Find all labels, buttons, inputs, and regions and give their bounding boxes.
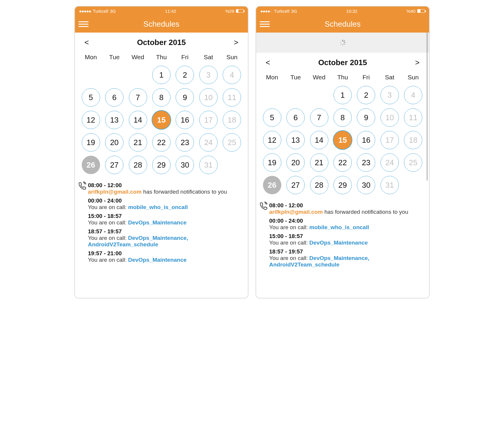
calendar-day[interactable]: 26	[263, 176, 281, 194]
calendar-day[interactable]: 19	[263, 153, 281, 172]
calendar-day[interactable]: 27	[286, 176, 305, 194]
calendar-day[interactable]: 15	[333, 131, 352, 149]
battery-icon	[417, 9, 425, 13]
calendar-day[interactable]: 19	[82, 133, 100, 152]
calendar-day[interactable]: 1	[152, 66, 171, 84]
phone-right: ●●●●○ Turkcell 3G 10:32 %40 Schedules	[256, 6, 430, 298]
calendar-day[interactable]: 16	[176, 111, 194, 129]
calendar-day[interactable]: 30	[176, 156, 194, 174]
calendar-day[interactable]: 10	[381, 108, 399, 127]
calendar-day[interactable]: 23	[176, 133, 194, 152]
weekday-label: Sat	[197, 54, 220, 61]
calendar-day[interactable]: 7	[129, 88, 147, 107]
calendar-day[interactable]: 8	[333, 108, 352, 127]
calendar-day[interactable]: 28	[310, 176, 328, 194]
signal-dots-icon: ●●●●●	[79, 9, 91, 14]
calendar-day[interactable]: 12	[263, 131, 281, 149]
calendar-day[interactable]: 17	[381, 131, 399, 149]
calendar-day[interactable]: 15	[152, 111, 171, 129]
calendar-day[interactable]: 25	[223, 133, 241, 152]
next-month-button[interactable]: >	[412, 57, 423, 68]
prev-month-button[interactable]: <	[263, 57, 273, 68]
calendar-day[interactable]: 5	[263, 108, 281, 127]
weekday-label: Fri	[173, 54, 197, 61]
calendar-day[interactable]: 9	[357, 108, 375, 127]
month-title: October 2015	[273, 58, 412, 67]
schedule-text: arifkpln@gmail.com has forwarded notific…	[269, 209, 424, 215]
calendar-day[interactable]: 11	[223, 88, 241, 107]
schedule-item[interactable]: 15:00 - 18:57You are on call: DevOps_Mai…	[88, 213, 243, 226]
calendar-day[interactable]: 13	[105, 111, 123, 129]
calendar-day[interactable]: 8	[152, 88, 171, 107]
calendar-day[interactable]: 29	[333, 176, 352, 194]
calendar-day[interactable]: 26	[82, 156, 100, 174]
calendar-day[interactable]: 12	[82, 111, 100, 129]
carrier-label: Turkcell	[274, 9, 289, 14]
schedule-item[interactable]: 00:00 - 24:00You are on call: mobile_who…	[269, 218, 424, 231]
calendar-day[interactable]: 14	[129, 111, 147, 129]
weekday-label: Mon	[260, 74, 284, 81]
calendar-day[interactable]: 13	[286, 131, 305, 149]
schedule-text: You are on call: mobile_who_is_oncall	[88, 204, 243, 211]
calendar-day[interactable]: 3	[199, 66, 218, 84]
calendar-day[interactable]: 1	[333, 86, 352, 104]
calendar-day[interactable]: 14	[310, 131, 328, 149]
calendar-day[interactable]: 11	[404, 108, 422, 127]
calendar-day[interactable]: 24	[199, 133, 218, 152]
calendar-grid: 1234567891011121314151617181920212223242…	[256, 83, 429, 199]
schedule-time: 00:00 - 24:00	[269, 218, 424, 224]
calendar-day[interactable]: 6	[286, 108, 305, 127]
calendar-day[interactable]: 31	[199, 156, 218, 174]
calendar-day[interactable]: 30	[357, 176, 375, 194]
calendar-day[interactable]: 18	[223, 111, 241, 129]
schedule-time: 15:00 - 18:57	[269, 233, 424, 240]
schedule-item[interactable]: 00:00 - 24:00You are on call: mobile_who…	[88, 197, 243, 211]
schedule-item[interactable]: 08:00 - 12:00arifkpln@gmail.com has forw…	[269, 202, 424, 215]
schedule-text: You are on call: DevOps_Maintenance	[88, 257, 243, 263]
schedule-item[interactable]: 15:00 - 18:57You are on call: DevOps_Mai…	[269, 233, 424, 246]
calendar-day[interactable]: 9	[176, 88, 194, 107]
calendar-day[interactable]: 2	[357, 86, 375, 104]
calendar-day[interactable]: 4	[223, 66, 241, 84]
calendar-day[interactable]: 29	[152, 156, 171, 174]
calendar-day[interactable]: 27	[105, 156, 123, 174]
calendar-day[interactable]: 6	[105, 88, 123, 107]
calendar-day[interactable]: 2	[176, 66, 194, 84]
calendar-day[interactable]: 7	[310, 108, 328, 127]
schedule-item[interactable]: 19:57 - 21:00You are on call: DevOps_Mai…	[88, 250, 243, 263]
calendar-day[interactable]: 28	[129, 156, 147, 174]
calendar-day[interactable]: 18	[404, 131, 422, 149]
schedule-time: 18:57 - 19:57	[269, 248, 424, 255]
battery-pct-label: %29	[225, 9, 234, 14]
phone-left: ●●●●● Turkcell 3G 11:42 %29 Schedules < …	[74, 6, 248, 298]
calendar-day[interactable]: 24	[381, 153, 399, 172]
calendar-day[interactable]: 21	[310, 153, 328, 172]
prev-month-button[interactable]: <	[81, 37, 92, 48]
schedule-item[interactable]: 08:00 - 12:00arifkpln@gmail.com has forw…	[88, 182, 243, 195]
battery-pct-label: %40	[407, 9, 415, 14]
calendar-day[interactable]: 17	[199, 111, 218, 129]
calendar-day[interactable]: 3	[381, 86, 399, 104]
calendar-day[interactable]: 10	[199, 88, 218, 107]
schedule-time: 15:00 - 18:57	[88, 213, 243, 219]
weekday-label: Wed	[126, 54, 150, 61]
calendar-day[interactable]: 5	[82, 88, 100, 107]
calendar-day[interactable]: 16	[357, 131, 375, 149]
calendar-day[interactable]: 23	[357, 153, 375, 172]
calendar-day[interactable]: 4	[404, 86, 422, 104]
phone-ring-icon	[78, 182, 87, 190]
calendar-day[interactable]: 22	[152, 133, 171, 152]
calendar-day[interactable]: 20	[105, 133, 123, 152]
calendar-day[interactable]: 31	[381, 176, 399, 194]
calendar-day[interactable]: 20	[286, 153, 305, 172]
weekday-label: Thu	[331, 74, 354, 81]
calendar-day[interactable]: 25	[404, 153, 422, 172]
weekday-label: Sun	[220, 54, 244, 61]
schedule-item[interactable]: 18:57 - 19:57You are on call: DevOps_Mai…	[88, 228, 243, 248]
calendar-day[interactable]: 22	[333, 153, 352, 172]
next-month-button[interactable]: >	[231, 37, 241, 48]
schedule-item[interactable]: 18:57 - 19:57You are on call: DevOps_Mai…	[269, 248, 424, 268]
weekday-label: Mon	[79, 54, 102, 61]
scrollbar-thumb[interactable]	[426, 33, 428, 181]
calendar-day[interactable]: 21	[129, 133, 147, 152]
